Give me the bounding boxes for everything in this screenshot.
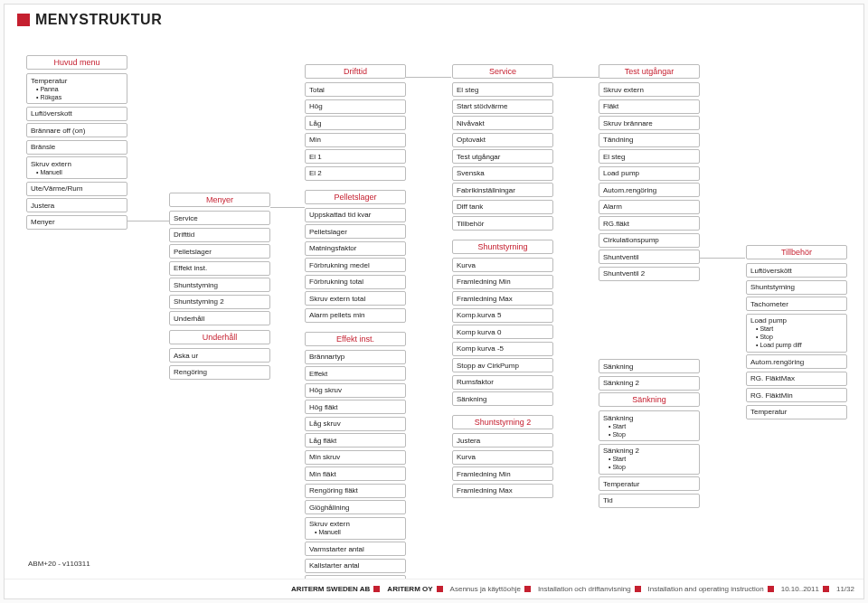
- col4-item: Komp kurva -5: [452, 342, 553, 356]
- col3-item: Rengöring fläkt: [305, 484, 406, 498]
- col3-item-bullets: • Manuell: [309, 528, 401, 536]
- footer-sep-icon: [823, 586, 829, 592]
- footer-company2: ARITERM OY: [387, 585, 432, 593]
- huvudmenu-item: Skruv extern• Manuell: [26, 156, 127, 179]
- col3-item: El 1: [305, 149, 406, 164]
- connector: [406, 77, 451, 78]
- col3-header: Drifttid: [305, 64, 406, 79]
- sankning-extra-item: Sänkning: [599, 359, 700, 373]
- tillbehor-item: Temperatur: [746, 405, 847, 419]
- underhall-item: Aska ur: [169, 348, 270, 363]
- col4-item: Rumsfaktor: [452, 375, 553, 390]
- col4-header: Service: [452, 64, 553, 79]
- col-service-shunt: ServiceEl stegStart stödvärmeNivåvaktOpt…: [452, 64, 553, 507]
- col4-item: Diff tank: [452, 200, 553, 214]
- col3-item: Hög: [305, 99, 406, 114]
- col3-header: Effekt inst.: [305, 332, 406, 346]
- col-menyer: Menyer ServiceDrifttidPelletslagerEffekt…: [169, 193, 270, 328]
- col4-item: Komp kurva 0: [452, 325, 553, 339]
- col3-item: Alarm pellets min: [305, 308, 406, 323]
- footer-sep-icon: [373, 586, 380, 592]
- col3-item: Hög skruv: [305, 383, 406, 398]
- col4-item: Test utgångar: [452, 149, 553, 164]
- col5-item: Cirkulationspump: [599, 233, 700, 248]
- col-sankning-group: Sänkning Sänkning• Start • StopSänkning …: [599, 392, 700, 510]
- col3-item: Min fläkt: [305, 466, 406, 481]
- sankning-item: Sänkning• Start • Stop: [599, 410, 700, 441]
- col5-item: Tändning: [599, 133, 700, 147]
- huvudmenu-item: Temperatur• Panna • Rökgas: [26, 73, 127, 104]
- col3-item: Låg fläkt: [305, 433, 406, 448]
- sankning-item-bullets: • Start • Stop: [603, 422, 695, 438]
- col-testutgangar: Test utgångarSkruv externFläktSkruv brän…: [599, 64, 700, 290]
- header-sankning: Sänkning: [599, 392, 700, 407]
- huvudmenu-item: Menyer: [26, 215, 127, 230]
- col3-item: Varmstarter antal: [305, 542, 406, 556]
- col3-item: Pelletslager: [305, 224, 406, 239]
- underhall-item: Rengöring: [169, 365, 270, 380]
- tillbehor-item: Luftöverskött: [746, 263, 847, 278]
- menyer-item: Underhåll: [169, 311, 270, 325]
- col4-item: Optovakt: [452, 133, 553, 147]
- menyer-item: Drifttid: [169, 228, 270, 242]
- col3-item: Förbrukning medel: [305, 258, 406, 272]
- col3-item: Skruv extern• Manuell: [305, 517, 406, 540]
- col-underhall: Underhåll Aska urRengöring: [169, 330, 270, 382]
- menyer-item: Shuntstyrning: [169, 278, 270, 292]
- col3-item: El 2: [305, 166, 406, 181]
- tillbehor-item: Tachometer: [746, 297, 847, 311]
- col5-item: Load pump: [599, 166, 700, 181]
- col4-item: Fabrikinställningar: [452, 183, 553, 197]
- col4-item: Stopp av CirkPump: [452, 358, 553, 372]
- col5-item: Fläkt: [599, 99, 700, 114]
- col4-header: Shuntstyrning: [452, 240, 553, 254]
- header-underhall: Underhåll: [169, 330, 270, 344]
- col5-item: RG.fläkt: [599, 216, 700, 231]
- tillbehor-item: RG. FläktMax: [746, 372, 847, 386]
- header-menyer: Menyer: [169, 193, 270, 207]
- col4-item: Framledning Max: [452, 484, 553, 498]
- huvudmenu-item: Ute/Värme/Rum: [26, 182, 127, 196]
- col-drift-pellets-effekt: DrifttidTotalHögLågMinEl 1El 2Pelletslag…: [305, 64, 406, 598]
- col4-item: Framledning Max: [452, 291, 553, 306]
- tillbehor-item-bullets: • Start • Stop • Load pump diff: [750, 325, 843, 349]
- sankning-item: Tid: [599, 494, 700, 508]
- col-tillbehor: Tillbehör LuftöversköttShuntstyrningTach…: [746, 245, 847, 421]
- connector: [553, 77, 599, 78]
- footer-version: ABM+20 - v110311: [28, 560, 90, 568]
- col4-item: Tillbehör: [452, 216, 553, 231]
- sankning-extra-item: Sänkning 2: [599, 376, 700, 391]
- col5-item: Autom.rengöring: [599, 183, 700, 197]
- header-tillbehor: Tillbehör: [746, 245, 847, 259]
- col4-header: Shuntstyrning 2: [452, 415, 553, 429]
- sankning-item-bullets: • Start • Stop: [603, 455, 695, 471]
- col3-item: Hög fläkt: [305, 400, 406, 414]
- col4-item: Kurva: [452, 258, 553, 272]
- menyer-item: Shuntstyrning 2: [169, 295, 270, 309]
- col4-item: Komp.kurva 5: [452, 308, 553, 323]
- sankning-item: Temperatur: [599, 476, 700, 491]
- col3-item: Kallstarter antal: [305, 559, 406, 573]
- footer-doc1: Asennus ja käyttöohje: [450, 585, 521, 593]
- col5-item: Skruv brännare: [599, 116, 700, 130]
- col3-item: Matningsfaktor: [305, 241, 406, 256]
- col3-item: Brännartyp: [305, 350, 406, 364]
- tillbehor-item: Load pump• Start • Stop • Load pump diff: [746, 314, 847, 353]
- col3-item: Låg skruv: [305, 417, 406, 431]
- col3-item: Min skruv: [305, 450, 406, 465]
- col3-item: Total: [305, 82, 406, 97]
- col4-item: Svenska: [452, 166, 553, 181]
- menyer-item: Pelletslager: [169, 244, 270, 259]
- col5-header: Test utgångar: [599, 64, 700, 79]
- footer-sep-icon: [437, 586, 443, 592]
- connector: [700, 258, 745, 259]
- huvudmenu-item-bullets: • Panna • Rökgas: [31, 85, 123, 101]
- col4-item: Nivåvakt: [452, 116, 553, 130]
- col4-item: Start stödvärme: [452, 99, 553, 114]
- col4-item: Justera: [452, 433, 553, 448]
- col3-item: Förbrukning total: [305, 275, 406, 289]
- col5-item: Shuntventil: [599, 250, 700, 264]
- col3-item: Skruv extern total: [305, 291, 406, 306]
- footer-date: 10.10..2011: [781, 585, 819, 593]
- tillbehor-item: RG. FläktMin: [746, 388, 847, 402]
